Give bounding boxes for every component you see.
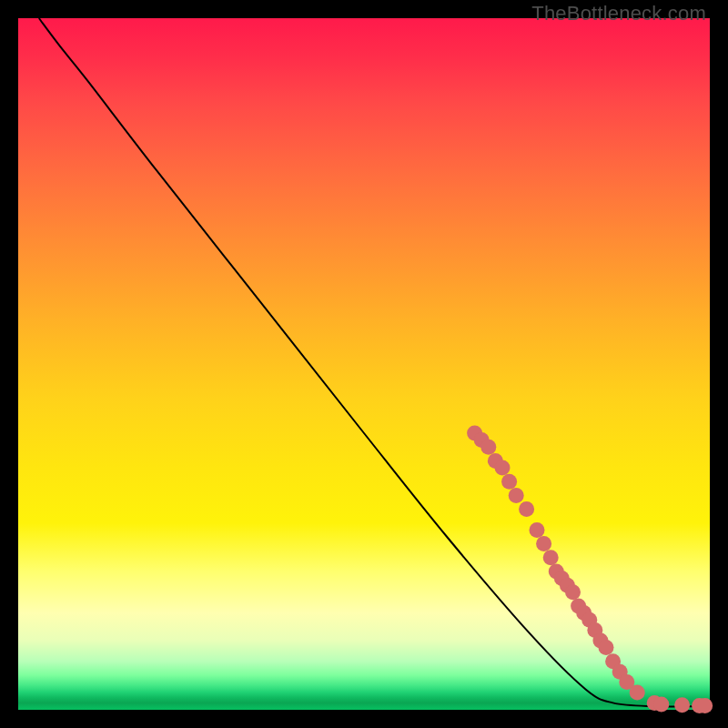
data-point bbox=[530, 522, 545, 538]
data-point bbox=[697, 698, 713, 713]
data-point bbox=[630, 685, 645, 701]
data-point bbox=[674, 697, 690, 713]
bottleneck-curve bbox=[39, 18, 703, 706]
data-markers bbox=[467, 426, 713, 713]
data-point bbox=[480, 440, 496, 455]
chart-svg bbox=[18, 18, 710, 710]
data-point bbox=[565, 584, 581, 600]
data-point bbox=[509, 488, 524, 503]
data-point bbox=[543, 550, 559, 565]
data-point bbox=[653, 696, 669, 712]
data-point bbox=[599, 640, 614, 655]
data-point bbox=[536, 536, 551, 551]
data-point bbox=[519, 501, 534, 517]
data-point bbox=[495, 460, 511, 476]
data-point bbox=[501, 474, 517, 490]
